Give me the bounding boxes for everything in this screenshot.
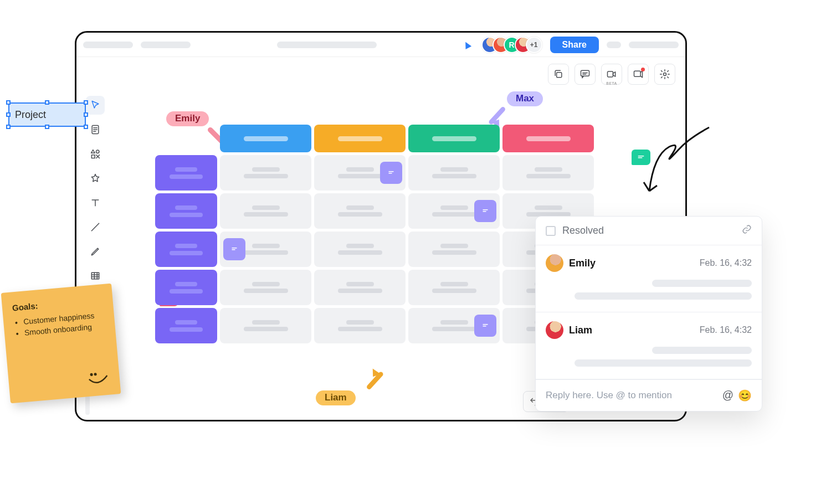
line-tool-icon[interactable] [86,218,105,236]
table-cell[interactable] [220,193,311,229]
table-row-header[interactable] [155,155,217,191]
emoji-icon[interactable]: 😊 [738,389,752,402]
table-header[interactable] [408,125,500,152]
comment-body [546,280,752,300]
selected-element[interactable]: Project [8,102,86,127]
resize-handle[interactable] [84,100,88,105]
pencil-tool-icon[interactable] [86,242,105,261]
table-cell[interactable] [408,232,500,267]
callout-arrow-icon [637,125,731,221]
comment-thread[interactable]: Liam Feb. 16, 4:32 [536,312,762,379]
sticky-list: Customer happiness Smooth onboarding [13,309,106,340]
comment-thread[interactable]: Emily Feb. 16, 4:32 [536,245,762,312]
cell-note-icon[interactable] [223,238,245,260]
resize-handle[interactable] [6,125,11,129]
resolved-checkbox[interactable] [546,226,556,236]
sticky-note[interactable]: Goals: Customer happiness Smooth onboard… [1,284,121,404]
svg-point-1 [95,373,96,375]
table-tool-icon[interactable] [86,266,105,285]
smile-icon [87,370,111,389]
resize-handle[interactable] [84,112,88,117]
table-cell[interactable] [314,232,406,267]
table-cell[interactable] [408,308,500,343]
table-cell[interactable] [314,193,406,229]
resolved-label: Resolved [562,225,604,236]
header-bar: R +1 Share [76,33,685,57]
table-cell[interactable] [408,155,500,191]
avatar [546,321,563,339]
table-cell[interactable] [220,308,311,343]
table-cell[interactable] [314,155,406,191]
table-header[interactable] [314,125,406,152]
cursor-arrow-icon [366,367,389,393]
selected-element-label: Project [15,109,46,121]
cursor-label-max: Max [507,91,543,106]
table-cell[interactable] [220,232,311,267]
table-row-header[interactable] [155,308,217,343]
svg-rect-10 [91,272,99,279]
comment-author: Emily [569,258,596,269]
cell-note-icon[interactable] [474,200,496,222]
header-placeholder [83,42,133,48]
comments-panel: Resolved Emily Feb. 16, 4:32 Liam Feb. 1… [535,216,762,412]
comment-author: Liam [569,325,592,336]
mention-icon[interactable]: @ [722,389,733,402]
resize-handle[interactable] [45,100,49,105]
table-cell[interactable] [314,270,406,305]
cell-note-icon[interactable] [380,162,402,184]
table-cell[interactable] [408,193,500,229]
comment-body [546,347,752,367]
presence-avatars[interactable]: R +1 [481,37,542,53]
svg-rect-9 [91,155,95,158]
resize-handle[interactable] [84,125,88,129]
header-placeholder [607,42,621,48]
document-tool-icon[interactable] [86,120,105,139]
comment-reply-row: Reply here. Use @ to mention @ 😊 [536,379,762,411]
comment-timestamp: Feb. 16, 4:32 [700,325,752,335]
share-button[interactable]: Share [550,37,599,53]
cell-note-icon[interactable] [474,315,496,337]
star-tool-icon[interactable] [86,169,105,188]
table-row-header[interactable] [155,270,217,305]
svg-point-0 [91,374,93,376]
table-row-header[interactable] [155,232,217,267]
header-placeholder [141,42,191,48]
document-title-placeholder[interactable] [277,42,377,48]
reply-input[interactable]: Reply here. Use @ to mention [546,390,717,401]
header-placeholder [629,42,679,48]
resize-handle[interactable] [6,100,11,105]
comment-timestamp: Feb. 16, 4:32 [700,258,752,268]
shapes-tool-icon[interactable] [86,145,105,163]
resize-handle[interactable] [45,125,49,129]
table-cell[interactable] [502,155,594,191]
table-cell[interactable] [314,308,406,343]
avatar-overflow[interactable]: +1 [526,37,542,53]
table-cell[interactable] [220,155,311,191]
cursor-label-liam: Liam [316,390,356,405]
table-cell[interactable] [220,270,311,305]
select-tool-icon[interactable] [86,96,105,115]
resize-handle[interactable] [6,112,11,117]
text-tool-icon[interactable] [86,193,105,212]
table-cell[interactable] [408,270,500,305]
cursor-label-emily: Emily [166,111,209,126]
avatar [546,254,563,272]
comments-header: Resolved [536,217,762,245]
table-row-header[interactable] [155,193,217,229]
table-header[interactable] [220,125,311,152]
cursor-icon [462,40,471,49]
data-table[interactable] [155,125,594,343]
table-header[interactable] [502,125,594,152]
svg-point-8 [96,150,99,153]
link-icon[interactable] [742,224,752,237]
